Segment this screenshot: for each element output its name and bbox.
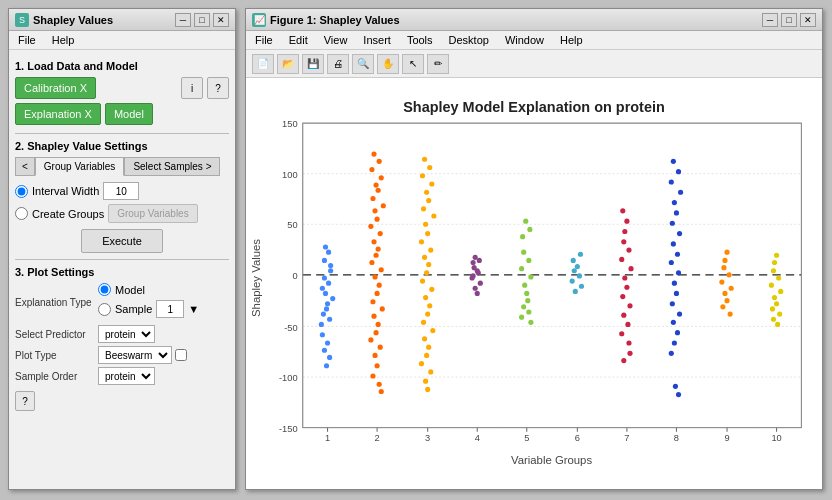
svg-point-198 [771,268,776,273]
menu-help[interactable]: Help [49,33,78,47]
fig-menu-desktop[interactable]: Desktop [446,33,492,47]
svg-point-36 [326,281,331,286]
svg-point-206 [772,260,777,265]
create-groups-label: Create Groups [32,208,104,220]
svg-point-94 [431,213,436,218]
chart-title: Shapley Model Explanation on protein [403,99,665,115]
fig-menu-help[interactable]: Help [557,33,586,47]
panel-content: 1. Load Data and Model Calibration X i ?… [9,50,235,417]
figure-maximize-btn[interactable]: □ [781,13,797,27]
minimize-btn[interactable]: ─ [175,13,191,27]
svg-point-182 [671,320,676,325]
explanation-type-label: Explanation Type [15,297,95,308]
prev-tab-btn[interactable]: < [15,157,35,176]
sample-dropdown-icon[interactable]: ▼ [188,303,199,315]
svg-text:8: 8 [674,433,679,443]
plot-type-select[interactable]: Beeswarm [98,346,172,364]
svg-point-202 [772,295,777,300]
model-radio[interactable] [98,283,111,296]
svg-point-127 [521,250,526,255]
svg-point-43 [324,306,329,311]
svg-point-205 [777,312,782,317]
fig-menu-insert[interactable]: Insert [360,33,394,47]
toolbar-new[interactable]: 📄 [252,54,274,74]
plot-type-checkbox[interactable] [175,349,187,361]
svg-point-42 [327,317,332,322]
svg-point-134 [527,227,532,232]
interval-width-input[interactable]: 10 [103,182,139,200]
x-axis-label: Variable Groups [511,454,592,466]
svg-point-136 [525,298,530,303]
help-btn[interactable]: ? [207,77,229,99]
svg-point-115 [425,387,430,392]
svg-point-145 [573,289,578,294]
svg-point-40 [325,301,330,306]
svg-point-104 [423,295,428,300]
svg-point-38 [328,268,333,273]
figure-close-btn[interactable]: ✕ [800,13,816,27]
fig-menu-window[interactable]: Window [502,33,547,47]
plot-help-btn[interactable]: ? [15,391,35,411]
menu-file[interactable]: File [15,33,39,47]
explanation-btn[interactable]: Explanation X [15,103,101,125]
figure-title: Figure 1: Shapley Values [270,14,400,26]
toolbar-print[interactable]: 🖨 [327,54,349,74]
left-window: S Shapley Values ─ □ ✕ File Help 1. Load… [8,8,236,490]
toolbar-save[interactable]: 💾 [302,54,324,74]
svg-point-167 [676,169,681,174]
svg-point-154 [624,285,629,290]
sample-radio[interactable] [98,303,111,316]
left-window-title: Shapley Values [33,14,113,26]
svg-point-124 [473,255,478,260]
create-groups-radio[interactable] [15,207,28,220]
toolbar-zoom[interactable]: 🔍 [352,54,374,74]
svg-point-183 [675,330,680,335]
svg-point-75 [370,299,375,304]
interval-width-radio[interactable] [15,185,28,198]
svg-point-168 [669,179,674,184]
svg-point-170 [672,200,677,205]
sample-order-select[interactable]: protein [98,367,155,385]
svg-point-200 [769,283,774,288]
svg-point-107 [421,320,426,325]
calibration-btn[interactable]: Calibration X [15,77,96,99]
svg-point-199 [776,275,781,280]
svg-point-169 [678,190,683,195]
group-variables-tab[interactable]: Group Variables [35,157,125,176]
svg-point-37 [320,286,325,291]
svg-text:10: 10 [771,433,781,443]
svg-point-55 [371,152,376,157]
svg-point-137 [521,304,526,309]
figure-minimize-btn[interactable]: ─ [762,13,778,27]
svg-point-81 [378,345,383,350]
svg-point-207 [774,253,779,258]
svg-point-181 [677,312,682,317]
toolbar-open[interactable]: 📂 [277,54,299,74]
fig-menu-tools[interactable]: Tools [404,33,436,47]
info-btn[interactable]: i [181,77,203,99]
sample-value-input[interactable] [156,300,184,318]
fig-menu-view[interactable]: View [321,33,351,47]
svg-point-93 [421,206,426,211]
fig-menu-file[interactable]: File [252,33,276,47]
plot-help-icon: ? [22,396,28,407]
svg-point-113 [428,369,433,374]
svg-point-175 [675,252,680,257]
select-samples-tab[interactable]: Select Samples > [124,157,220,176]
toolbar-select[interactable]: ↖ [402,54,424,74]
maximize-btn[interactable]: □ [194,13,210,27]
svg-point-188 [721,265,726,270]
fig-menu-edit[interactable]: Edit [286,33,311,47]
execute-btn[interactable]: Execute [81,229,163,253]
svg-text:-50: -50 [284,323,297,333]
svg-point-46 [322,258,327,263]
svg-point-164 [627,351,632,356]
predictor-select[interactable]: protein [98,325,155,343]
svg-text:-150: -150 [279,424,298,434]
close-btn[interactable]: ✕ [213,13,229,27]
toolbar-brush[interactable]: ✏ [427,54,449,74]
svg-text:7: 7 [624,433,629,443]
svg-point-83 [375,363,380,368]
toolbar-pan[interactable]: ✋ [377,54,399,74]
model-btn[interactable]: Model [105,103,153,125]
